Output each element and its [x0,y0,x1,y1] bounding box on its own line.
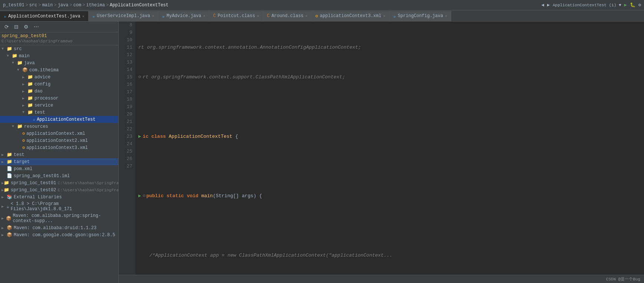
tab-springconfig[interactable]: ☕ SpringConfig.java ✕ [390,11,452,21]
tab-file-icon: ☕ [92,13,95,19]
sidebar-item-target[interactable]: ▶ 📁 target [0,158,118,165]
expand-arrow-icon: ▶ [1,216,6,221]
main-layout: ⟳ ⊟ ⚙ ⋯ spring_aop_test01 C:\Users\haoha… [0,22,644,283]
code-token: [] args) { [233,192,262,200]
tab-userserviceimpl[interactable]: ☕ UserServiceImpl.java ✕ [89,11,158,21]
sidebar-item-resources[interactable]: ▼ 📁 resources [0,123,118,130]
sidebar-item-iml[interactable]: 📄 spring_aop_test01.iml [0,172,118,179]
breadcrumb-sep: > [26,3,28,8]
sidebar-item-dao[interactable]: ▶ 📁 dao [0,88,118,95]
breadcrumb-item[interactable]: main [42,3,53,8]
tab-close-icon[interactable]: ✕ [306,14,308,18]
line-num: 17 [122,88,132,96]
folder-icon: 📁 [7,46,12,52]
expand-arrow-icon: ▼ [12,124,17,129]
sidebar-item-java[interactable]: ▼ 📁 java [0,59,118,66]
expand-arrow-icon: ▶ [1,153,7,157]
tab-bar: ☕ ApplicationContextTest.java ✕ ☕ UserSe… [0,10,644,22]
tab-pointcut-class[interactable]: C Pointcut.class ✕ [209,11,263,21]
sidebar-item-label: applicationContext3.xml [26,145,88,150]
folder-icon: 📁 [27,95,33,101]
code-token: rt org.springframework.context.support.C… [143,74,345,81]
fold-gutter-icon[interactable]: ⊖ [143,192,146,200]
tab-close-icon[interactable]: ✕ [203,14,205,18]
settings-icon[interactable]: ⚙ [638,2,641,8]
tab-around-class[interactable]: C Around.class ✕ [263,11,312,21]
tab-close-icon[interactable]: ✕ [82,14,85,19]
debug-icon[interactable]: 🐛 [630,2,635,8]
sidebar-btn-collapse[interactable]: ⊟ [13,23,20,30]
sidebar-item-main[interactable]: ▼ 📁 main [0,52,118,59]
line-num: 24 [122,140,132,148]
code-line-8: rt org.springframework.context.annotatio… [138,44,641,51]
tab-myadvice[interactable]: ☕ MyAdvice.java ✕ [158,11,209,21]
sidebar-item-maven2[interactable]: ▶ 📦 Maven: com.alibaba:druid:1.1.23 [0,224,118,231]
sidebar-item-pom-xml[interactable]: 📄 pom.xml [0,165,118,172]
project-path: C:\Users\haohao\SpringFramewo [1,39,72,43]
breadcrumb-item[interactable]: p_test01 [3,3,24,8]
sidebar-item-com-itheima[interactable]: ▼ 📦 com.itheima [0,66,118,74]
line-num: 20 [122,111,132,118]
sidebar-item-label: Maven: com.google.code.gson:gson:2.8.5 [14,232,115,238]
tab-file-icon: C [213,13,216,19]
fold-icon[interactable]: ⊖ [138,74,141,81]
breadcrumb-item[interactable]: itheima [86,3,105,8]
expand-arrow-icon: ▶ [1,160,7,164]
sidebar-item-label: com.itheima [29,68,59,73]
line-num: 22 [122,126,132,133]
watermark-text: CSDN @是一个Bug [606,276,640,282]
breadcrumb-item[interactable]: com [73,3,82,8]
line-num: 16 [122,81,132,88]
sidebar-btn-settings[interactable]: ⚙ [22,23,30,30]
sidebar-item-external-libraries[interactable]: ▶ 📚 External Libraries [0,193,118,201]
tab-applicationcontext3-xml[interactable]: ⚙ applicationContext3.xml ✕ [312,11,390,21]
sidebar-btn-sync[interactable]: ⟳ [3,23,10,30]
recent-files-icon[interactable]: ApplicationContextTest (1) ▼ [553,3,621,7]
iml-icon: 📄 [7,173,12,179]
tab-applicationcontexttest[interactable]: ☕ ApplicationContextTest.java ✕ [0,11,89,21]
breadcrumb-item[interactable]: src [29,3,37,8]
run-gutter-icon[interactable]: ▶ [138,192,141,200]
sidebar-btn-layout[interactable]: ⋯ [32,23,40,30]
breadcrumb-bar: p_test01 > src > main > java > com > ith… [0,0,644,10]
line-num: 27 [122,163,132,170]
sidebar-item-maven1[interactable]: ▶ 📦 Maven: com.alibaba.spring:spring-con… [0,212,118,224]
code-token: String [216,192,233,200]
jdk-icon: ☕ [6,204,9,209]
nav-back-icon[interactable]: ◀ [541,2,544,8]
sidebar-item-processor[interactable]: ▶ 📁 processor [0,95,118,102]
xml-icon: ⚙ [22,145,25,150]
sidebar-item-maven3[interactable]: ▶ 📦 Maven: com.google.code.gson:gson:2.8… [0,231,118,238]
sidebar-item-src[interactable]: ▼ 📁 src [0,45,118,52]
tab-close-icon[interactable]: ✕ [152,14,154,18]
code-token: ic class [143,133,169,140]
sidebar-item-appcontext2-xml[interactable]: ⚙ applicationContext2.xml [0,137,118,144]
code-line-13: ▶ ⊖ public static void main(String[] arg… [138,192,641,200]
folder-icon: 📁 [17,124,23,129]
sidebar-item-appcontext3-xml[interactable]: ⚙ applicationContext3.xml [0,144,118,151]
maven-icon: 📦 [7,225,12,231]
sidebar-item-spring-ioc-test02[interactable]: ▶ 📁 spring_ioc_test02 C:\Users\haohao\Sp… [0,186,118,193]
breadcrumb-item[interactable]: java [58,3,69,8]
sidebar-item-service[interactable]: ▶ 📁 service [0,102,118,109]
sidebar-item-appcontext-xml[interactable]: ⚙ applicationContext.xml [0,130,118,137]
sidebar-item-label: Maven: com.alibaba:druid:1.1.23 [14,225,96,231]
sidebar-item-test[interactable]: ▼ 📁 test [0,109,118,116]
sidebar-item-appcontexttest[interactable]: ☕ ApplicationContextTest [0,116,118,123]
sidebar-item-advice[interactable]: ▶ 📁 advice [0,74,118,81]
sidebar-item-jdk[interactable]: ▶ ☕ < 1.8 > C:\Program Files\Java\jdk1.8… [0,201,118,212]
code-lines[interactable]: rt org.springframework.context.annotatio… [135,22,644,275]
code-editor[interactable]: 8 9 10 11 12 13 14 15 16 17 18 19 20 21 … [119,22,644,275]
tab-close-icon[interactable]: ✕ [383,14,385,18]
sidebar-item-label: spring_ioc_test01 [11,180,56,186]
sidebar-item-spring-ioc-test01[interactable]: ▶ 📁 spring_ioc_test01 C:\Users\haohao\Sp… [0,179,118,186]
nav-forward-icon[interactable]: ▶ [547,2,549,8]
sidebar-item-config[interactable]: ▶ 📁 config [0,81,118,88]
sidebar-item-label: < 1.8 > C:\Program Files\Java\jdk1.8.0_1… [11,201,118,212]
tab-close-icon[interactable]: ✕ [445,14,447,18]
run-gutter-icon[interactable]: ▶ [138,133,141,140]
sidebar-item-test-folder[interactable]: ▶ 📁 test [0,151,118,158]
sidebar-item-label: service [34,103,53,108]
run-icon[interactable]: ▶ [624,2,627,8]
tab-close-icon[interactable]: ✕ [257,14,259,18]
